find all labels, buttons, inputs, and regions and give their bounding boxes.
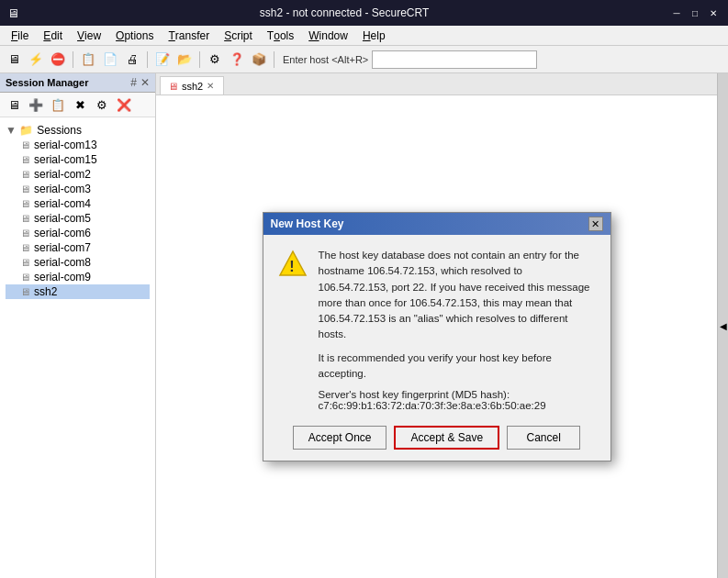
toolbar-extra-btn[interactable]: 📦 <box>249 50 269 70</box>
menu-file[interactable]: File <box>4 26 36 45</box>
session-item-serial-com8[interactable]: 🖥 serial-com8 <box>6 255 150 270</box>
session-delete2-btn[interactable]: ❌ <box>114 94 134 115</box>
toolbar-disconnect-btn[interactable]: ⛔ <box>48 50 68 70</box>
session-label-0: serial-com13 <box>34 139 97 151</box>
session-clone-btn[interactable]: 📋 <box>48 94 68 115</box>
dialog-close-btn[interactable]: ✕ <box>588 217 603 231</box>
toolbar-host-container: Enter host <Alt+R> <box>283 50 537 69</box>
terminal-area: New Host Key ✕ ! The host key da <box>156 95 717 578</box>
title-bar-icon: 🖥 <box>7 6 19 20</box>
toolbar: 🖥 ⚡ ⛔ 📋 📄 🖨 📝 📂 ⚙ ❓ 📦 Enter host <Alt+R> <box>0 46 728 73</box>
toolbar-sftp-btn[interactable]: 📂 <box>174 50 195 70</box>
session-label-5: serial-com5 <box>34 212 91 225</box>
session-icon-2: 🖥 <box>20 169 30 180</box>
session-label-7: serial-com7 <box>34 241 91 254</box>
session-item-serial-com13[interactable]: 🖥 serial-com13 <box>6 138 150 152</box>
toolbar-print-btn[interactable]: 🖨 <box>122 50 142 70</box>
warning-icon: ! <box>278 250 308 279</box>
session-item-serial-com5[interactable]: 🖥 serial-com5 <box>6 211 150 226</box>
session-delete-btn[interactable]: ✖ <box>70 94 90 115</box>
dialog-overlay: New Host Key ✕ ! The host key da <box>156 95 717 578</box>
tab-close-btn[interactable]: ✕ <box>207 81 214 91</box>
dialog-fingerprint: Server's host key fingerprint (MD5 hash)… <box>319 389 596 411</box>
menu-edit[interactable]: Edit <box>36 26 70 45</box>
session-props-btn[interactable]: ⚙ <box>92 94 112 115</box>
dialog-fingerprint-value: c7:6c:99:b1:63:72:da:70:3f:3e:8a:e3:6b:5… <box>319 400 596 411</box>
session-icon-5: 🖥 <box>20 213 30 224</box>
dialog-title: New Host Key <box>271 217 344 230</box>
menu-bar: File Edit View Options Transfer Script T… <box>0 26 728 46</box>
session-label-2: serial-com2 <box>34 168 91 181</box>
folder-expand-icon: ▼ 📁 <box>6 124 33 137</box>
session-item-ssh2[interactable]: 🖥 ssh2 <box>6 284 150 299</box>
new-host-key-dialog: New Host Key ✕ ! The host key da <box>263 212 611 461</box>
session-item-serial-com9[interactable]: 🖥 serial-com9 <box>6 270 150 284</box>
session-item-serial-com4[interactable]: 🖥 serial-com4 <box>6 196 150 211</box>
session-label-8: serial-com8 <box>34 256 91 269</box>
menu-view[interactable]: View <box>70 26 108 45</box>
session-label-10: ssh2 <box>34 285 57 298</box>
title-bar: 🖥 ssh2 - not connected - SecureCRT ─ □ ✕ <box>0 0 728 26</box>
session-items-list: 🖥 serial-com13 🖥 serial-com15 🖥 serial-c… <box>6 138 150 299</box>
close-window-button[interactable]: ✕ <box>706 6 721 20</box>
menu-transfer[interactable]: Transfer <box>161 26 217 45</box>
menu-options[interactable]: Options <box>108 26 161 45</box>
session-item-serial-com2[interactable]: 🖥 serial-com2 <box>6 167 150 182</box>
session-label-1: serial-com15 <box>34 153 97 166</box>
session-panel-header: Session Manager # ✕ <box>0 73 155 93</box>
accept-save-button[interactable]: Accept & Save <box>394 426 499 450</box>
session-add-btn[interactable]: ➕ <box>26 94 46 115</box>
main-layout: Session Manager # ✕ 🖥 ➕ 📋 ✖ ⚙ ❌ ▼ 📁 Sess… <box>0 73 728 578</box>
session-item-serial-com6[interactable]: 🖥 serial-com6 <box>6 226 150 240</box>
toolbar-host-input[interactable] <box>372 50 537 69</box>
content-area: 🖥 ssh2 ✕ New Host Key ✕ <box>156 73 717 578</box>
toolbar-paste-btn[interactable]: 📄 <box>100 50 120 70</box>
toolbar-new-session-btn[interactable]: 🖥 <box>4 50 24 70</box>
session-item-serial-com3[interactable]: 🖥 serial-com3 <box>6 182 150 196</box>
session-panel-title: Session Manager <box>6 77 88 88</box>
menu-script[interactable]: Script <box>217 26 260 45</box>
cancel-button[interactable]: Cancel <box>507 426 580 450</box>
dialog-buttons: Accept Once Accept & Save Cancel <box>278 426 596 450</box>
accept-once-button[interactable]: Accept Once <box>293 426 387 450</box>
session-panel-dock-btn[interactable]: # <box>130 76 137 89</box>
tab-ssh2-icon: 🖥 <box>168 81 178 92</box>
toolbar-sep4 <box>274 51 274 68</box>
session-icon-8: 🖥 <box>20 257 30 268</box>
session-icon-1: 🖥 <box>20 154 30 165</box>
toolbar-help-btn[interactable]: ❓ <box>227 50 247 70</box>
session-panel: Session Manager # ✕ 🖥 ➕ 📋 ✖ ⚙ ❌ ▼ 📁 Sess… <box>0 73 156 578</box>
toolbar-host-label: Enter host <Alt+R> <box>283 54 368 65</box>
session-icon-3: 🖥 <box>20 183 30 195</box>
session-connect-btn[interactable]: 🖥 <box>4 94 24 115</box>
menu-help[interactable]: Help <box>355 26 393 45</box>
toolbar-settings-btn[interactable]: ⚙ <box>205 50 225 70</box>
right-panel-toggle[interactable]: ◀ <box>717 73 728 578</box>
session-panel-close-btn[interactable]: ✕ <box>140 76 150 89</box>
menu-window[interactable]: Window <box>301 26 355 45</box>
menu-tools[interactable]: Tools <box>260 26 301 45</box>
toolbar-sep1 <box>73 51 73 68</box>
session-item-serial-com7[interactable]: 🖥 serial-com7 <box>6 240 150 255</box>
toolbar-logfile-btn[interactable]: 📝 <box>152 50 173 70</box>
session-icon-7: 🖥 <box>20 242 30 253</box>
dialog-recommendation: It is recommended you verify your host k… <box>319 350 596 383</box>
toolbar-connect-btn[interactable]: ⚡ <box>26 50 46 70</box>
minimize-button[interactable]: ─ <box>669 6 684 20</box>
session-icon-9: 🖥 <box>20 272 30 283</box>
title-bar-title: ssh2 - not connected - SecureCRT <box>19 6 669 19</box>
maximize-button[interactable]: □ <box>688 6 702 20</box>
session-item-serial-com15[interactable]: 🖥 serial-com15 <box>6 152 150 167</box>
tab-bar: 🖥 ssh2 ✕ <box>156 73 717 95</box>
dialog-message-row: ! The host key database does not contain… <box>278 248 596 411</box>
session-label-9: serial-com9 <box>34 271 91 283</box>
title-bar-controls: ─ □ ✕ <box>669 6 721 20</box>
toolbar-copy-btn[interactable]: 📋 <box>78 50 98 70</box>
session-panel-controls: # ✕ <box>130 76 150 89</box>
sessions-folder[interactable]: ▼ 📁 Sessions <box>6 123 150 138</box>
sessions-folder-label: Sessions <box>37 124 82 137</box>
session-label-4: serial-com4 <box>34 197 91 210</box>
tab-ssh2[interactable]: 🖥 ssh2 ✕ <box>160 76 224 94</box>
dialog-fingerprint-label: Server's host key fingerprint (MD5 hash)… <box>319 389 596 400</box>
session-tree: ▼ 📁 Sessions 🖥 serial-com13 🖥 serial-com… <box>0 117 155 578</box>
